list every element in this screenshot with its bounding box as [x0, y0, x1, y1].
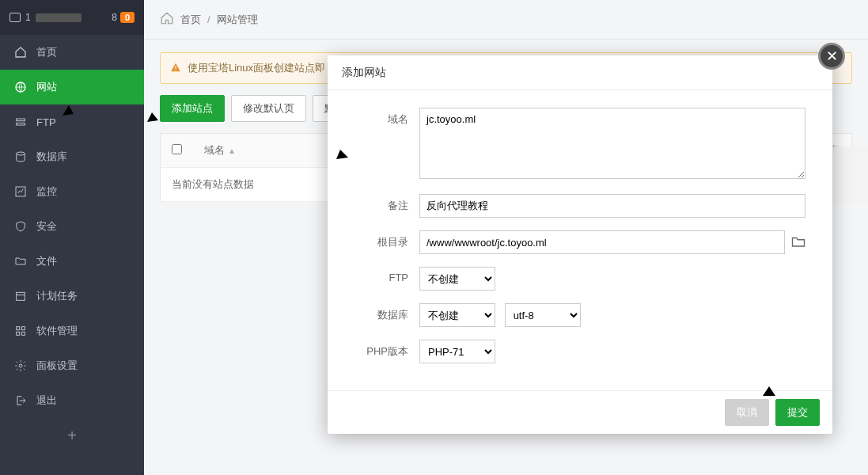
sort-asc-icon: ▲: [228, 146, 236, 155]
svg-rect-11: [175, 66, 176, 69]
cancel-button[interactable]: 取消: [725, 399, 769, 426]
database-label: 数据库: [354, 303, 419, 327]
svg-rect-5: [17, 292, 25, 300]
home-icon: [14, 46, 27, 59]
sidebar-item-software[interactable]: 软件管理: [0, 314, 144, 348]
sidebar-item-files[interactable]: 文件: [0, 244, 144, 279]
svg-point-10: [19, 364, 22, 367]
sidebar-item-label: 安全: [36, 219, 57, 234]
breadcrumb-current: 网站管理: [217, 13, 258, 27]
breadcrumb: 首页 / 网站管理: [144, 0, 868, 40]
svg-rect-8: [17, 332, 20, 335]
chart-icon: [14, 185, 27, 198]
svg-point-3: [17, 152, 25, 155]
charset-select[interactable]: utf-8: [505, 303, 581, 327]
sidebar-item-label: 面板设置: [36, 359, 78, 373]
modal-footer: 取消 提交: [328, 390, 832, 434]
grid-icon: [14, 325, 27, 337]
root-dir-input[interactable]: [419, 230, 785, 254]
shield-icon: [14, 220, 27, 233]
sidebar-item-home[interactable]: 首页: [0, 35, 144, 70]
sidebar-item-monitor[interactable]: 监控: [0, 174, 144, 209]
sidebar-item-cron[interactable]: 计划任务: [0, 279, 144, 314]
sidebar-item-label: 监控: [36, 184, 57, 199]
ftp-icon: [14, 116, 27, 128]
sidebar-item-label: 数据库: [36, 150, 67, 164]
sidebar-item-label: 网站: [36, 80, 57, 94]
svg-rect-2: [17, 123, 25, 125]
modal-title: 添加网站: [328, 55, 832, 90]
logout-icon: [14, 394, 27, 407]
add-site-button[interactable]: 添加站点: [160, 95, 225, 122]
ftp-select[interactable]: 不创建: [419, 267, 495, 291]
globe-icon: [14, 81, 27, 93]
sidebar-item-logout[interactable]: 退出: [0, 383, 144, 418]
sidebar-item-security[interactable]: 安全: [0, 209, 144, 244]
sidebar-item-database[interactable]: 数据库: [0, 139, 144, 174]
database-select[interactable]: 不创建: [419, 303, 495, 327]
root-label: 根目录: [354, 230, 419, 254]
folder-picker-icon[interactable]: [791, 235, 805, 250]
svg-rect-7: [21, 327, 25, 330]
gear-icon: [14, 359, 27, 372]
warning-icon: [170, 62, 181, 75]
sidebar-add-button[interactable]: +: [0, 418, 144, 453]
notification-badge[interactable]: 0: [120, 12, 135, 23]
sidebar-item-ftp[interactable]: FTP: [0, 104, 144, 139]
php-version-select[interactable]: PHP-71: [419, 340, 495, 363]
sidebar-item-label: FTP: [36, 116, 56, 128]
remark-input[interactable]: [419, 194, 805, 218]
topbar-num: 8: [112, 12, 117, 23]
add-site-modal: ✕ 添加网站 域名 备注 根目录 FTP: [328, 55, 832, 434]
calendar-icon: [14, 290, 27, 302]
alert-text: 使用宝塔Linux面板创建站点即: [188, 61, 325, 75]
modal-close-button[interactable]: ✕: [818, 43, 845, 70]
home-icon: [160, 11, 174, 28]
select-all-checkbox[interactable]: [172, 144, 182, 154]
topbar-count: 1: [25, 12, 31, 23]
sidebar-item-label: 计划任务: [36, 289, 78, 303]
sidebar-item-website[interactable]: 网站: [0, 70, 144, 104]
svg-rect-6: [17, 327, 20, 330]
ip-mask: [36, 12, 108, 23]
php-label: PHP版本: [354, 340, 419, 363]
sidebar: 1 8 0 首页 网站 FTP 数据库 监控 安全 文件 计划任务 软件管理: [0, 0, 144, 475]
submit-button[interactable]: 提交: [775, 399, 820, 426]
folder-icon: [14, 255, 27, 268]
svg-rect-1: [17, 119, 25, 121]
sidebar-item-label: 文件: [36, 254, 57, 268]
breadcrumb-home[interactable]: 首页: [180, 13, 201, 27]
domain-label: 域名: [354, 108, 419, 181]
remark-label: 备注: [354, 194, 419, 218]
table-header-checkbox: [161, 134, 194, 168]
database-icon: [14, 150, 27, 163]
svg-rect-9: [21, 332, 25, 335]
svg-rect-12: [175, 69, 176, 70]
monitor-icon: [9, 13, 21, 22]
ftp-label: FTP: [354, 267, 419, 291]
sidebar-topbar: 1 8 0: [0, 0, 144, 35]
sidebar-item-label: 软件管理: [36, 324, 78, 338]
modal-body: 域名 备注 根目录 FTP 不创建: [328, 90, 832, 390]
breadcrumb-sep: /: [207, 13, 210, 25]
domain-textarea[interactable]: [419, 108, 805, 179]
sidebar-item-label: 退出: [36, 393, 57, 408]
modify-default-button[interactable]: 修改默认页: [231, 95, 306, 122]
sidebar-item-label: 首页: [36, 45, 57, 59]
sidebar-item-settings[interactable]: 面板设置: [0, 348, 144, 383]
